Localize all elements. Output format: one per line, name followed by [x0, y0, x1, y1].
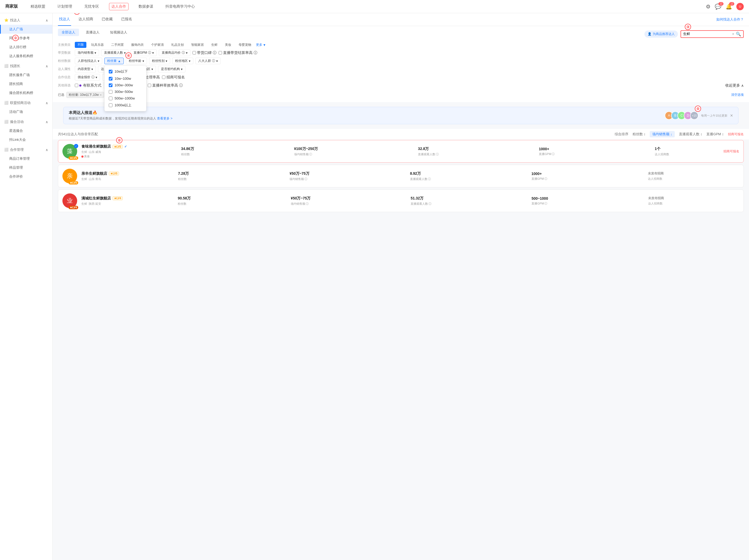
weekly-more-link[interactable]: 查看更多 >	[157, 117, 172, 120]
filter-settlement-checkbox[interactable]	[219, 51, 222, 54]
notification-icon[interactable]: 🔔 10	[726, 3, 732, 10]
filter-8groups[interactable]: 八大人群 ⓘ ▾	[195, 58, 221, 64]
fans-option-1000w[interactable]: 1000w以上	[107, 102, 144, 109]
tab-all-influencer[interactable]: 全部达人	[58, 29, 79, 36]
sort-gpm[interactable]: 直播GPM ↕	[706, 132, 724, 137]
filter-contact-checkbox[interactable]	[75, 84, 78, 87]
search-input[interactable]	[683, 32, 731, 36]
recommend-for-product-button[interactable]: 👤 为商品推荐达人	[644, 30, 678, 38]
help-link[interactable]: 如何找达人合作？	[716, 17, 744, 22]
filter-gender[interactable]: 粉丝性别 ▾	[149, 58, 170, 64]
collapse-more-btn[interactable]: 收起更多 ∧	[725, 83, 744, 88]
filter-grass-checkbox[interactable]	[148, 84, 151, 87]
sidebar-item-agency[interactable]: 达人服务机构榜	[0, 51, 52, 61]
nav-jihua[interactable]: 计划管理	[55, 3, 74, 10]
sidebar-item-peer-reference[interactable]: 同行合作参考	[0, 34, 52, 43]
fans-10w-checkbox[interactable]	[109, 70, 112, 73]
sidebar-union-header[interactable]: ⬜联盟招商活动 ∧	[0, 98, 52, 107]
cat-beauty[interactable]: 美妆	[222, 42, 234, 48]
weekly-close-button[interactable]: ×	[730, 113, 733, 118]
metric-fans: 90.58万 粉丝数	[178, 196, 191, 206]
sidebar-item-ranking[interactable]: 达人排行榜	[0, 43, 52, 51]
sort-viewers[interactable]: 直播观看人数 ↕	[679, 132, 702, 137]
filter-commission[interactable]: 佣金报价 ⓘ ▾	[75, 74, 100, 81]
nav-daren[interactable]: 达人合作	[109, 3, 129, 10]
sidebar-item-activity-plaza[interactable]: 活动广场	[0, 107, 52, 116]
fans-option-10w[interactable]: 10w以下	[107, 68, 144, 75]
sidebar-coop-header[interactable]: ⬜合作管理 ∧	[0, 145, 52, 154]
settings-icon[interactable]: ⚙	[706, 3, 710, 10]
fans-option-300w500w[interactable]: 300w~500w	[107, 88, 144, 95]
sidebar-item-star-mashup[interactable]: 星选撮合	[0, 126, 52, 135]
sidebar-item-team-recruit[interactable]: 团长招商	[0, 80, 52, 88]
cat-smart-home[interactable]: 智能家居	[189, 42, 207, 48]
gpm-label: 直播GPM ⓘ	[539, 152, 555, 156]
nav-jingxuan[interactable]: 精选联盟	[28, 3, 47, 10]
avatar-icon[interactable]: U	[736, 3, 744, 10]
sidebar-mashup-header[interactable]: ⬜撮合活动 ∧	[0, 117, 52, 126]
fans-amount-btn[interactable]: 粉丝量 ▲	[104, 58, 124, 64]
nav-xuexi[interactable]: 抖音电商学习中心	[163, 3, 197, 10]
tab-video-influencer[interactable]: 短视频达人	[106, 29, 131, 36]
sort-sales[interactable]: 场均销售额 ↓	[650, 131, 675, 137]
message-icon[interactable]: 💬 10	[715, 3, 721, 10]
sidebar-item-coop-review[interactable]: 合作评价	[0, 172, 52, 181]
fans-100w300w-checkbox[interactable]	[109, 84, 112, 87]
filter-can-apply-checkbox[interactable]	[162, 75, 165, 79]
selected-filters-bar: 已选 粉丝量: 10w以下,10w × 清空选项	[58, 90, 744, 99]
tab-collected[interactable]: 已收藏	[101, 13, 114, 26]
sidebar-find-team-header[interactable]: ⬜找团长 ∧	[0, 62, 52, 70]
filter-reputation-checkbox[interactable]	[193, 51, 196, 54]
filter-agency[interactable]: 是否签约机构 ▾	[158, 66, 186, 72]
fans-10w100w-checkbox[interactable]	[109, 77, 112, 81]
cat-unlimited[interactable]: 不限	[75, 42, 86, 48]
influencer-1-tags: 生鲜 山东·威海	[81, 150, 127, 154]
chevron-icon: ▾	[189, 59, 190, 63]
remove-fans-tag-icon[interactable]: ×	[100, 93, 102, 97]
sidebar-item-team-plaza[interactable]: 团长服务广场	[0, 70, 52, 80]
fans-500w1000w-checkbox[interactable]	[109, 96, 112, 100]
influencer-1-action[interactable]: 招商可报名	[724, 149, 739, 154]
filter-sales[interactable]: 场均销售额 ▾	[75, 49, 99, 56]
sidebar-item-link-event[interactable]: 抖Link大会	[0, 135, 52, 144]
cat-secondhand[interactable]: 二手闲置	[108, 42, 126, 48]
fans-1000w-checkbox[interactable]	[109, 104, 112, 107]
mashup-icon: ⬜	[4, 120, 8, 124]
nav-shuju[interactable]: 数据参谋	[136, 3, 155, 10]
cat-clothes[interactable]: 服饰内衣	[129, 42, 146, 48]
tab-find-influencer[interactable]: 找达人	[58, 13, 71, 26]
tab-applied[interactable]: 已报名	[120, 13, 133, 26]
fans-300w500w-checkbox[interactable]	[109, 90, 112, 94]
cat-personal[interactable]: 个护家清	[149, 42, 167, 48]
filter-crowd[interactable]: 人群包找达人 ▾	[75, 58, 102, 64]
sort-fans[interactable]: 粉丝数 ↕	[633, 132, 645, 137]
search-icon[interactable]: 🔍	[736, 31, 741, 37]
nav-wuyou[interactable]: 无忧专区	[82, 3, 101, 10]
sidebar-item-order-mgmt[interactable]: 商品订单管理	[0, 154, 52, 163]
sidebar-item-team-agency[interactable]: 撮合团长机构榜	[0, 88, 52, 97]
collapse-icon: ∧	[46, 101, 48, 105]
clear-search-icon[interactable]: ×	[732, 32, 734, 36]
filter-viewers[interactable]: 直播观看人数 ▾	[101, 49, 129, 56]
clear-all-button[interactable]: 清空选项	[731, 93, 744, 97]
fans-option-100w300w[interactable]: 100w~300w	[107, 82, 144, 88]
filter-gpm[interactable]: 直播GPM ⓘ ▾	[131, 49, 157, 56]
cat-gifts[interactable]: 礼品文创	[169, 42, 187, 48]
sidebar-item-influencer-plaza[interactable]: 达人广场	[0, 25, 52, 34]
sidebar-find-influencer-header[interactable]: ⭐找达人 ∧	[0, 16, 52, 25]
filter-region[interactable]: 粉丝地区 ▾	[172, 58, 193, 64]
tab-recruit[interactable]: 达人招商	[78, 13, 94, 26]
sidebar-item-sample-mgmt[interactable]: 样品管理	[0, 163, 52, 172]
cat-toys[interactable]: 玩具乐器	[88, 42, 106, 48]
fans-option-10w100w[interactable]: 10w~100w	[107, 75, 144, 82]
filter-content-type[interactable]: 内容类型 ▾	[75, 66, 96, 72]
fans-option-500w1000w[interactable]: 500w~1000w	[107, 95, 144, 102]
sort-comprehensive[interactable]: 综合排序	[615, 132, 628, 137]
info-icon: ⓘ	[428, 177, 431, 181]
tab-live-influencer[interactable]: 直播达人	[82, 29, 103, 36]
filter-avg-price[interactable]: 直播商品均价 ⓘ ▾	[159, 49, 190, 56]
category-more-btn[interactable]: 更多 ▼	[256, 43, 266, 47]
cat-maternal[interactable]: 母婴宠物	[236, 42, 254, 48]
cat-fresh[interactable]: 生鲜	[209, 42, 220, 48]
collapse-icon: ∧	[46, 120, 48, 124]
